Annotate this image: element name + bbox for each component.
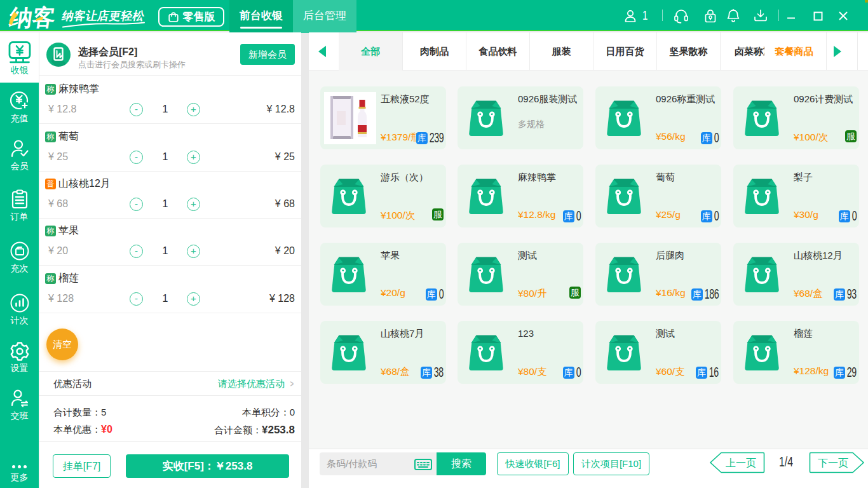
svg-text:下一页: 下一页: [818, 458, 848, 468]
svg-text:上一页: 上一页: [726, 458, 756, 468]
